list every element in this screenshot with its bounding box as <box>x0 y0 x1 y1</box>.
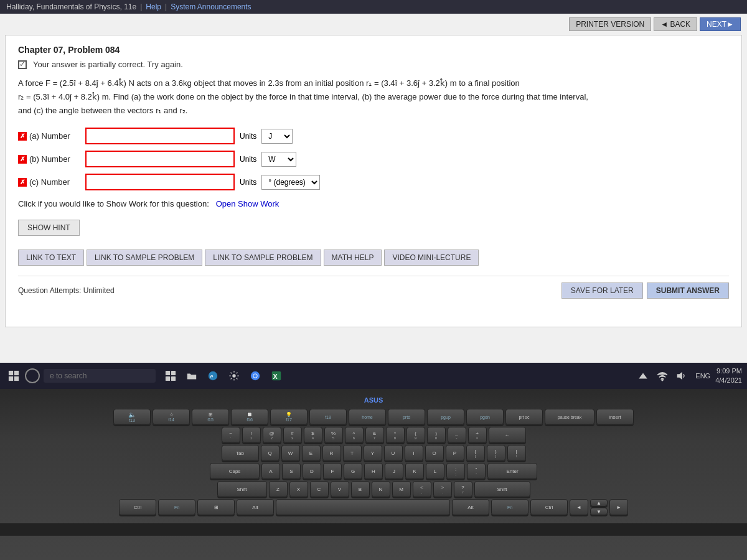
key-arrow-right[interactable]: ► <box>609 499 628 515</box>
key-insert[interactable]: insert <box>596 409 634 425</box>
file-explorer-button[interactable] <box>183 367 200 385</box>
key-q[interactable]: Q <box>261 445 280 461</box>
answer-a-input[interactable] <box>85 128 235 144</box>
key-home[interactable]: home <box>349 409 386 425</box>
key-k[interactable]: K <box>405 463 424 479</box>
key-backslash[interactable]: |\ <box>507 445 526 461</box>
key-1[interactable]: !1 <box>242 427 261 443</box>
key-w[interactable]: W <box>281 445 300 461</box>
key-ctrl-right[interactable]: Ctrl <box>530 499 568 515</box>
key-caps[interactable]: Caps <box>210 463 260 479</box>
taskbar-search-input[interactable] <box>44 369 156 383</box>
task-view-button[interactable] <box>162 367 179 385</box>
answer-b-input[interactable] <box>85 151 235 167</box>
math-help-button[interactable]: MATH HELP <box>324 250 382 266</box>
key-backspace[interactable]: ← <box>489 427 526 443</box>
key-g[interactable]: G <box>344 463 362 479</box>
show-hidden-icons-button[interactable] <box>634 367 652 385</box>
key-lbracket[interactable]: {[ <box>466 445 485 461</box>
key-i[interactable]: I <box>405 445 423 461</box>
key-s[interactable]: S <box>282 463 301 479</box>
key-pgup[interactable]: pgup <box>427 409 464 425</box>
key-tab[interactable]: Tab <box>222 445 259 461</box>
key-h[interactable]: H <box>364 463 383 479</box>
key-semicolon[interactable]: :; <box>446 463 465 479</box>
save-for-later-button[interactable]: SAVE FOR LATER <box>561 282 643 299</box>
key-l[interactable]: L <box>426 463 444 479</box>
key-shift-left[interactable]: Shift <box>217 481 267 497</box>
key-5[interactable]: %5 <box>324 427 343 443</box>
key-prt-sc[interactable]: prt sc <box>505 409 543 425</box>
help-link[interactable]: Help <box>146 2 161 11</box>
key-plus[interactable]: += <box>468 427 487 443</box>
units-select-c[interactable]: ° (degrees) rad <box>261 175 320 190</box>
key-e[interactable]: E <box>302 445 321 461</box>
key-space[interactable] <box>276 499 450 515</box>
key-j[interactable]: J <box>385 463 403 479</box>
units-select-b[interactable]: W kW MW <box>261 152 296 167</box>
submit-answer-button[interactable]: SUBMIT ANSWER <box>647 282 729 299</box>
open-show-work-link[interactable]: Open Show Work <box>216 199 280 208</box>
settings-button[interactable] <box>225 367 243 385</box>
key-c[interactable]: C <box>310 481 329 497</box>
link-to-text-button[interactable]: LINK TO TEXT <box>18 250 84 266</box>
key-v[interactable]: V <box>331 481 349 497</box>
key-6[interactable]: ^6 <box>345 427 364 443</box>
key-vol-down[interactable]: 🔈 f13 <box>113 409 151 425</box>
link-to-sample-1-button[interactable]: LINK TO SAMPLE PROBLEM <box>87 250 202 266</box>
key-4[interactable]: $4 <box>304 427 322 443</box>
key-f[interactable]: F <box>323 463 342 479</box>
key-ctrl-left[interactable]: Ctrl <box>119 499 156 515</box>
key-f14[interactable]: ☆ f14 <box>153 409 190 425</box>
windows-start-button[interactable] <box>5 367 22 385</box>
key-n[interactable]: N <box>372 481 390 497</box>
key-a[interactable]: A <box>261 463 280 479</box>
key-rbracket[interactable]: }] <box>487 445 505 461</box>
key-u[interactable]: U <box>384 445 403 461</box>
excel-button[interactable]: X <box>268 367 285 385</box>
key-period[interactable]: >. <box>433 481 452 497</box>
system-announcements-link[interactable]: System Announcements <box>171 2 251 11</box>
edge-browser-button[interactable]: e <box>204 367 222 385</box>
key-z[interactable]: Z <box>269 481 288 497</box>
key-r[interactable]: R <box>322 445 341 461</box>
key-t[interactable]: T <box>343 445 362 461</box>
answer-c-input[interactable] <box>85 174 235 190</box>
key-enter[interactable]: Enter <box>487 463 537 479</box>
key-d[interactable]: D <box>303 463 321 479</box>
key-arrow-down[interactable]: ▼ <box>590 508 608 515</box>
key-fn-right[interactable]: Fn <box>491 499 529 515</box>
chrome-button[interactable] <box>247 367 264 385</box>
key-9[interactable]: (9 <box>406 427 425 443</box>
printer-version-button[interactable]: PRINTER VERSION <box>569 17 651 31</box>
key-p[interactable]: P <box>446 445 464 461</box>
taskbar-search-area[interactable] <box>25 368 156 383</box>
key-f18[interactable]: f18 <box>309 409 347 425</box>
next-button[interactable]: NEXT► <box>700 17 741 31</box>
key-0[interactable]: )0 <box>427 427 446 443</box>
key-alt-right[interactable]: Alt <box>452 499 489 515</box>
key-arrow-left[interactable]: ◄ <box>570 499 588 515</box>
key-tilde[interactable]: ~` <box>222 427 240 443</box>
key-o[interactable]: O <box>425 445 444 461</box>
video-mini-lecture-button[interactable]: VIDEO MINI-LECTURE <box>384 250 479 266</box>
key-f17[interactable]: 💡 f17 <box>270 409 308 425</box>
key-prtd[interactable]: prtd <box>388 409 425 425</box>
speaker-icon[interactable] <box>673 367 690 385</box>
key-f15[interactable]: ⊞ f15 <box>192 409 229 425</box>
key-2[interactable]: @2 <box>263 427 281 443</box>
key-alt-left[interactable]: Alt <box>237 499 274 515</box>
key-y[interactable]: Y <box>364 445 382 461</box>
key-quote[interactable]: "' <box>467 463 486 479</box>
wifi-icon[interactable] <box>654 367 671 385</box>
key-minus[interactable]: _- <box>448 427 466 443</box>
units-select-a[interactable]: J kJ MJ <box>261 129 293 144</box>
key-pgdn[interactable]: pgdn <box>466 409 504 425</box>
back-button[interactable]: ◄ BACK <box>654 17 697 31</box>
key-arrow-up[interactable]: ▲ <box>590 499 608 506</box>
key-shift-right[interactable]: Shift <box>474 481 530 497</box>
key-win[interactable]: ⊞ <box>197 499 235 515</box>
clock-display[interactable]: 9:09 PM 4/4/2021 <box>715 366 742 386</box>
link-to-sample-2-button[interactable]: LINK TO SAMPLE PROBLEM <box>205 250 321 266</box>
key-fn[interactable]: Fn <box>158 499 195 515</box>
